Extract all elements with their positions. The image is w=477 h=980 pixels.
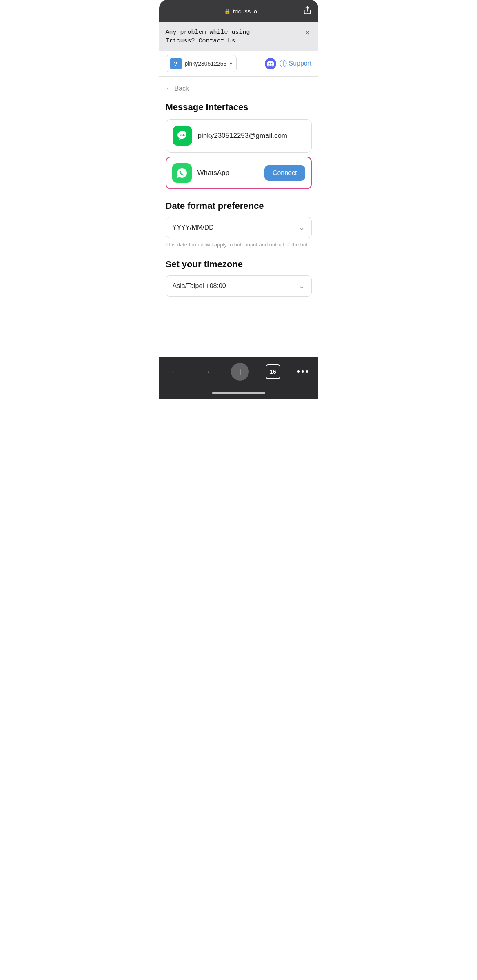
timezone-dropdown[interactable]: Asia/Taipei +08:00 ⌄ [166, 275, 312, 297]
tab-count-button[interactable]: 16 [266, 364, 280, 379]
support-link[interactable]: ⓘ Support [280, 59, 311, 69]
support-area: ⓘ Support [265, 58, 311, 69]
date-format-value: YYYY/MM/DD [173, 224, 214, 231]
whatsapp-interface-card: WhatsApp Connect [166, 157, 312, 189]
main-content: ← Back Message Interfaces pinky230512253… [159, 77, 318, 357]
discord-icon [265, 58, 276, 69]
whatsapp-icon [172, 163, 192, 183]
account-selector[interactable]: ? pinky230512253 ▾ [166, 55, 237, 72]
banner-text: Any problem while usingTricuss? Contact … [166, 28, 250, 45]
url-bar[interactable]: 🔒 tricuss.io [179, 8, 303, 15]
line-interface-card: pinky230512253@gmail.com [166, 119, 312, 153]
date-format-section: Date format preference YYYY/MM/DD ⌄ This… [166, 201, 312, 248]
timezone-title: Set your timezone [166, 259, 312, 270]
timezone-value: Asia/Taipei +08:00 [173, 282, 226, 290]
whatsapp-card-left: WhatsApp [172, 163, 229, 183]
back-label: Back [175, 85, 189, 92]
account-icon: ? [170, 58, 182, 69]
contact-us-link[interactable]: Contact Us [199, 38, 235, 44]
share-button[interactable] [303, 6, 312, 17]
help-circle-icon: ⓘ [280, 59, 287, 69]
back-arrow-icon: ← [166, 85, 172, 92]
lock-icon: 🔒 [224, 8, 231, 14]
line-card-left: pinky230512253@gmail.com [173, 126, 288, 146]
more-options-button[interactable]: ••• [297, 366, 310, 377]
browser-forward-button[interactable]: → [199, 363, 215, 380]
banner-close-button[interactable]: × [304, 28, 312, 38]
home-indicator-bar [159, 389, 318, 399]
message-interfaces-title: Message Interfaces [166, 102, 312, 113]
browser-back-button[interactable]: ← [167, 363, 183, 380]
connect-button[interactable]: Connect [264, 165, 305, 181]
url-text: tricuss.io [233, 8, 257, 15]
account-bar: ? pinky230512253 ▾ ⓘ Support [159, 51, 318, 77]
date-format-chevron-icon: ⌄ [299, 223, 305, 232]
timezone-chevron-icon: ⌄ [299, 282, 305, 290]
date-format-hint: This date format will apply to both inpu… [166, 242, 312, 248]
timezone-section: Set your timezone Asia/Taipei +08:00 ⌄ [166, 259, 312, 297]
whatsapp-label: WhatsApp [197, 169, 229, 177]
line-email-label: pinky230512253@gmail.com [198, 132, 288, 140]
problem-banner: Any problem while usingTricuss? Contact … [159, 22, 318, 51]
browser-bar: 🔒 tricuss.io [159, 0, 318, 22]
new-tab-button[interactable]: + [231, 363, 249, 381]
date-format-title: Date format preference [166, 201, 312, 211]
account-name: pinky230512253 [185, 60, 227, 67]
home-bar [212, 392, 265, 394]
account-chevron-icon: ▾ [230, 61, 232, 67]
line-icon [173, 126, 192, 146]
back-button[interactable]: ← Back [166, 85, 189, 92]
date-format-dropdown[interactable]: YYYY/MM/DD ⌄ [166, 217, 312, 238]
bottom-navigation: ← → + 16 ••• [159, 357, 318, 389]
